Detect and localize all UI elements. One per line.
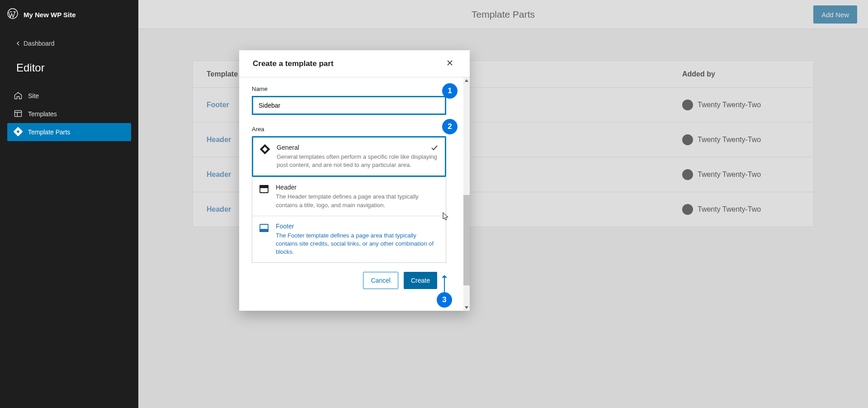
annotation-badge-2: 2 xyxy=(442,119,458,134)
svg-rect-7 xyxy=(260,185,268,188)
chevron-left-icon xyxy=(16,40,21,47)
area-title: Footer xyxy=(276,223,439,230)
check-icon xyxy=(430,144,439,154)
nav-item-site[interactable]: Site xyxy=(7,87,131,105)
area-title: General xyxy=(277,144,439,151)
nav-top: My New WP Site xyxy=(0,0,138,29)
back-label: Dashboard xyxy=(24,40,55,47)
area-option-header[interactable]: Header The Header template defines a pag… xyxy=(252,177,446,216)
site-editor-nav: My New WP Site Dashboard Editor Site Tem… xyxy=(0,0,138,408)
name-label: Name xyxy=(252,85,457,92)
cancel-button[interactable]: Cancel xyxy=(363,272,398,289)
nav-item-template-parts[interactable]: Template Parts xyxy=(7,123,131,141)
nav-item-label: Site xyxy=(28,92,39,100)
nav-item-label: Template Parts xyxy=(28,128,70,136)
area-desc: General templates often perform a specif… xyxy=(277,153,439,169)
area-options: General General templates often perform … xyxy=(252,136,446,263)
nav-item-label: Templates xyxy=(28,110,57,118)
annotation-badge-3: 3 xyxy=(437,292,452,308)
area-desc: The Footer template defines a page area … xyxy=(276,232,439,256)
modal-scrollbar[interactable] xyxy=(463,77,470,311)
home-icon xyxy=(14,91,23,101)
area-desc: The Header template defines a page area … xyxy=(276,193,439,209)
footer-icon xyxy=(259,223,269,256)
header-icon xyxy=(259,184,269,209)
nav-list: Site Templates Template Parts xyxy=(0,83,138,145)
area-label: Area xyxy=(252,126,457,133)
svg-rect-1 xyxy=(15,110,22,116)
area-option-footer[interactable]: Footer The Footer template defines a pag… xyxy=(252,216,446,263)
template-part-icon xyxy=(14,127,23,138)
nav-item-templates[interactable]: Templates xyxy=(7,105,131,123)
general-icon xyxy=(259,144,270,169)
area-option-general[interactable]: General General templates often perform … xyxy=(253,138,445,176)
layout-icon xyxy=(14,109,23,119)
back-to-dashboard[interactable]: Dashboard xyxy=(0,29,138,54)
modal-footer: Cancel Create xyxy=(252,263,457,300)
modal-title: Create a template part xyxy=(253,59,334,68)
create-template-part-modal: Create a template part Name Area General xyxy=(239,50,470,311)
nav-heading: Editor xyxy=(0,54,138,83)
name-input[interactable] xyxy=(252,96,446,115)
close-icon xyxy=(446,59,453,68)
annotation-badge-1: 1 xyxy=(442,83,458,99)
svg-rect-9 xyxy=(260,229,268,232)
close-button[interactable] xyxy=(443,57,456,70)
create-button[interactable]: Create xyxy=(404,272,437,289)
modal-header: Create a template part xyxy=(239,50,470,77)
wordpress-logo-icon[interactable] xyxy=(7,8,18,21)
modal-body: Name Area General General templates ofte… xyxy=(239,77,470,311)
area-title: Header xyxy=(276,184,439,191)
annotation-arrow xyxy=(444,276,445,292)
site-name[interactable]: My New WP Site xyxy=(24,11,76,19)
